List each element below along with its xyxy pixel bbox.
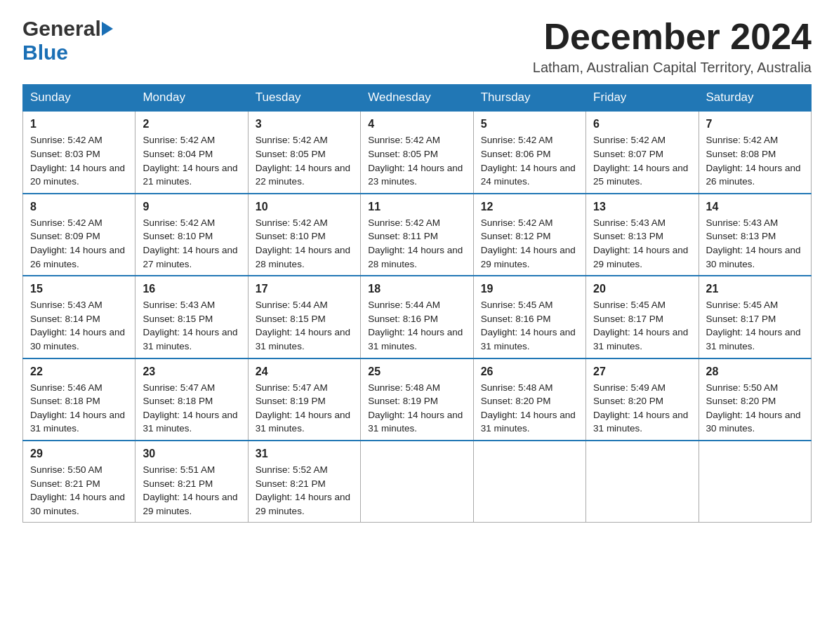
- sunset-text: Sunset: 8:09 PM: [30, 231, 100, 241]
- day-number: 19: [481, 281, 578, 297]
- daylight-text: Daylight: 14 hours and 31 minutes.: [593, 410, 688, 434]
- sunrise-text: Sunrise: 5:47 AM: [143, 382, 215, 393]
- daylight-text: Daylight: 14 hours and 26 minutes.: [706, 163, 801, 187]
- calendar-header-row: SundayMondayTuesdayWednesdayThursdayFrid…: [23, 85, 812, 112]
- sunset-text: Sunset: 8:20 PM: [706, 396, 776, 406]
- daylight-text: Daylight: 14 hours and 31 minutes.: [256, 410, 350, 434]
- calendar-cell: 17 Sunrise: 5:44 AM Sunset: 8:15 PM Dayl…: [248, 276, 360, 358]
- calendar-cell: 13 Sunrise: 5:43 AM Sunset: 8:13 PM Dayl…: [586, 194, 699, 276]
- calendar-cell: 28 Sunrise: 5:50 AM Sunset: 8:20 PM Dayl…: [699, 358, 811, 441]
- day-number: 14: [706, 199, 804, 215]
- calendar-cell: [586, 441, 699, 523]
- page-header: General Blue December 2024 Latham, Austr…: [22, 17, 812, 76]
- daylight-text: Daylight: 14 hours and 31 minutes.: [368, 327, 463, 351]
- column-header-tuesday: Tuesday: [248, 85, 360, 112]
- sunrise-text: Sunrise: 5:43 AM: [706, 217, 779, 228]
- column-header-monday: Monday: [135, 85, 248, 112]
- location-title: Latham, Australian Capital Territory, Au…: [533, 60, 812, 76]
- sunset-text: Sunset: 8:10 PM: [143, 231, 213, 241]
- sunrise-text: Sunrise: 5:52 AM: [256, 464, 328, 475]
- calendar-cell: 19 Sunrise: 5:45 AM Sunset: 8:16 PM Dayl…: [473, 276, 585, 358]
- daylight-text: Daylight: 14 hours and 31 minutes.: [143, 410, 237, 434]
- daylight-text: Daylight: 14 hours and 31 minutes.: [368, 410, 463, 434]
- daylight-text: Daylight: 14 hours and 28 minutes.: [368, 245, 463, 269]
- column-header-friday: Friday: [586, 85, 699, 112]
- calendar-cell: [361, 441, 473, 523]
- daylight-text: Daylight: 14 hours and 29 minutes.: [256, 492, 350, 516]
- sunset-text: Sunset: 8:17 PM: [706, 314, 776, 324]
- sunset-text: Sunset: 8:13 PM: [706, 231, 776, 241]
- day-number: 27: [593, 363, 691, 380]
- calendar-cell: 8 Sunrise: 5:42 AM Sunset: 8:09 PM Dayli…: [23, 194, 135, 276]
- daylight-text: Daylight: 14 hours and 24 minutes.: [481, 163, 576, 187]
- logo-arrow-icon: [102, 22, 113, 36]
- calendar-cell: 5 Sunrise: 5:42 AM Sunset: 8:06 PM Dayli…: [473, 111, 585, 193]
- sunrise-text: Sunrise: 5:42 AM: [481, 217, 553, 228]
- day-number: 20: [593, 281, 691, 297]
- day-number: 4: [368, 116, 465, 132]
- day-number: 31: [256, 445, 353, 462]
- day-number: 28: [706, 363, 804, 380]
- sunset-text: Sunset: 8:20 PM: [481, 396, 551, 406]
- day-number: 15: [30, 281, 128, 297]
- calendar-cell: 12 Sunrise: 5:42 AM Sunset: 8:12 PM Dayl…: [473, 194, 585, 276]
- sunset-text: Sunset: 8:20 PM: [593, 396, 663, 406]
- sunset-text: Sunset: 8:11 PM: [368, 231, 438, 241]
- calendar-cell: 23 Sunrise: 5:47 AM Sunset: 8:18 PM Dayl…: [135, 358, 248, 441]
- day-number: 11: [368, 199, 465, 215]
- daylight-text: Daylight: 14 hours and 20 minutes.: [30, 163, 125, 187]
- sunset-text: Sunset: 8:15 PM: [256, 314, 326, 324]
- day-number: 18: [368, 281, 465, 297]
- calendar-week-row: 29 Sunrise: 5:50 AM Sunset: 8:21 PM Dayl…: [23, 441, 812, 523]
- calendar-cell: 11 Sunrise: 5:42 AM Sunset: 8:11 PM Dayl…: [361, 194, 473, 276]
- sunset-text: Sunset: 8:03 PM: [30, 149, 100, 159]
- daylight-text: Daylight: 14 hours and 30 minutes.: [30, 492, 125, 516]
- day-number: 17: [256, 281, 353, 297]
- calendar-cell: 27 Sunrise: 5:49 AM Sunset: 8:20 PM Dayl…: [586, 358, 699, 441]
- sunrise-text: Sunrise: 5:42 AM: [30, 135, 102, 145]
- day-number: 7: [706, 116, 804, 132]
- logo-general-text: General: [22, 17, 101, 41]
- calendar-cell: 24 Sunrise: 5:47 AM Sunset: 8:19 PM Dayl…: [248, 358, 360, 441]
- day-number: 22: [30, 363, 128, 380]
- sunrise-text: Sunrise: 5:45 AM: [481, 300, 553, 310]
- sunrise-text: Sunrise: 5:44 AM: [256, 300, 328, 310]
- daylight-text: Daylight: 14 hours and 29 minutes.: [143, 492, 237, 516]
- sunset-text: Sunset: 8:21 PM: [256, 478, 326, 489]
- daylight-text: Daylight: 14 hours and 21 minutes.: [143, 163, 237, 187]
- day-number: 29: [30, 445, 128, 462]
- calendar-table: SundayMondayTuesdayWednesdayThursdayFrid…: [22, 84, 812, 523]
- day-number: 21: [706, 281, 804, 297]
- calendar-cell: 29 Sunrise: 5:50 AM Sunset: 8:21 PM Dayl…: [23, 441, 135, 523]
- calendar-cell: 6 Sunrise: 5:42 AM Sunset: 8:07 PM Dayli…: [586, 111, 699, 193]
- daylight-text: Daylight: 14 hours and 31 minutes.: [593, 327, 688, 351]
- logo-blue-text: Blue: [22, 41, 68, 64]
- daylight-text: Daylight: 14 hours and 31 minutes.: [143, 327, 237, 351]
- calendar-cell: 25 Sunrise: 5:48 AM Sunset: 8:19 PM Dayl…: [361, 358, 473, 441]
- calendar-cell: 18 Sunrise: 5:44 AM Sunset: 8:16 PM Dayl…: [361, 276, 473, 358]
- sunrise-text: Sunrise: 5:50 AM: [30, 464, 102, 475]
- daylight-text: Daylight: 14 hours and 31 minutes.: [481, 410, 576, 434]
- sunset-text: Sunset: 8:16 PM: [368, 314, 438, 324]
- sunset-text: Sunset: 8:04 PM: [143, 149, 213, 159]
- calendar-cell: [699, 441, 811, 523]
- day-number: 10: [256, 199, 353, 215]
- sunset-text: Sunset: 8:12 PM: [481, 231, 551, 241]
- day-number: 2: [143, 116, 240, 132]
- day-number: 3: [256, 116, 353, 132]
- title-area: December 2024 Latham, Australian Capital…: [533, 17, 812, 76]
- sunrise-text: Sunrise: 5:42 AM: [143, 217, 215, 228]
- calendar-cell: 3 Sunrise: 5:42 AM Sunset: 8:05 PM Dayli…: [248, 111, 360, 193]
- daylight-text: Daylight: 14 hours and 29 minutes.: [593, 245, 688, 269]
- logo: General Blue: [22, 17, 114, 65]
- calendar-week-row: 1 Sunrise: 5:42 AM Sunset: 8:03 PM Dayli…: [23, 111, 812, 193]
- calendar-cell: 22 Sunrise: 5:46 AM Sunset: 8:18 PM Dayl…: [23, 358, 135, 441]
- calendar-cell: 4 Sunrise: 5:42 AM Sunset: 8:05 PM Dayli…: [361, 111, 473, 193]
- sunset-text: Sunset: 8:14 PM: [30, 314, 100, 324]
- calendar-cell: 1 Sunrise: 5:42 AM Sunset: 8:03 PM Dayli…: [23, 111, 135, 193]
- day-number: 12: [481, 199, 578, 215]
- sunset-text: Sunset: 8:18 PM: [143, 396, 213, 406]
- sunrise-text: Sunrise: 5:42 AM: [706, 135, 779, 145]
- column-header-wednesday: Wednesday: [361, 85, 473, 112]
- calendar-cell: 26 Sunrise: 5:48 AM Sunset: 8:20 PM Dayl…: [473, 358, 585, 441]
